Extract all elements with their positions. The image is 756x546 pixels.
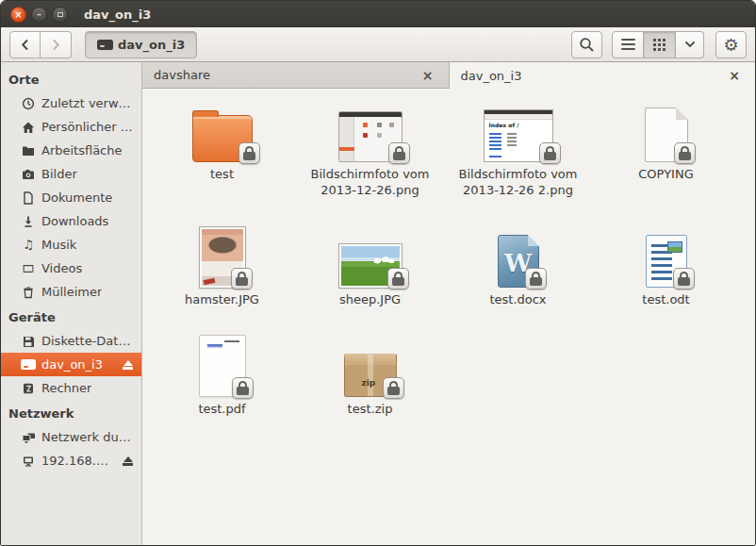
minimize-icon: – (37, 9, 41, 20)
close-icon: × (729, 68, 740, 83)
file-tile-screenshot-2[interactable]: Index of / Bildschirmfoto vom 2013-12-26… (444, 94, 592, 199)
lock-emblem-icon (383, 377, 404, 399)
lock-emblem-icon (388, 142, 410, 164)
lock-emblem-icon (232, 377, 254, 399)
file-name: test.pdf (198, 402, 245, 418)
content-pane: davshare × dav_on_i3 × test (142, 62, 755, 545)
window-maximize-button[interactable] (52, 7, 68, 23)
sidebar-item-label: Downloads (41, 214, 108, 228)
window-minimize-button[interactable]: – (31, 7, 47, 23)
view-options-dropdown[interactable] (676, 31, 704, 58)
grid-view-button[interactable] (644, 31, 676, 58)
sidebar-item-videos[interactable]: Videos (1, 256, 141, 280)
file-name: COPYING (638, 167, 693, 183)
trash-icon (21, 285, 36, 300)
search-button[interactable] (571, 31, 602, 58)
sidebar-item-documents[interactable]: Dokumente (1, 186, 141, 209)
sidebar-item-dav-on-i3[interactable]: dav_on_i3 (1, 353, 141, 376)
file-manager-window: × – dav_on_i3 dav_on_i3 (0, 0, 756, 546)
sidebar-item-downloads[interactable]: Downloads (1, 209, 141, 233)
tab-label: davshare (154, 68, 210, 82)
drive-icon (21, 357, 36, 372)
document-icon (21, 190, 36, 206)
sidebar-item-label: Dokumente (41, 190, 112, 205)
tab-close-button[interactable]: × (725, 67, 744, 84)
sidebar-item-computer[interactable]: Rechner (1, 376, 141, 400)
sidebar-heading-devices: Geräte (1, 304, 141, 329)
eject-button[interactable] (123, 360, 133, 370)
lock-emblem-icon (525, 268, 547, 290)
file-name: hamster.JPG (185, 292, 259, 308)
path-button-label: dav_on_i3 (118, 38, 185, 52)
path-button-dav-on-i3[interactable]: dav_on_i3 (85, 31, 197, 58)
music-icon: ♫ (21, 238, 36, 253)
sidebar-item-label: Rechner (41, 381, 91, 395)
sidebar-item-label: Bilder (41, 167, 77, 181)
file-tile-hamster[interactable]: hamster.JPG (148, 220, 296, 308)
forward-chevron-icon (52, 39, 60, 51)
network-server-icon (21, 454, 36, 469)
file-name: sheep.JPG (339, 292, 401, 308)
sidebar-item-label: Arbeitsfläche (41, 143, 123, 157)
lock-emblem-icon (238, 142, 260, 164)
nav-button-group (9, 31, 72, 58)
eject-button[interactable] (123, 456, 133, 466)
tab-dav-on-i3[interactable]: dav_on_i3 × (450, 62, 756, 89)
sidebar-item-desktop[interactable]: Arbeitsfläche (1, 139, 141, 162)
sidebar-item-label: Zuletzt verw… (41, 96, 131, 110)
tab-davshare[interactable]: davshare × (142, 62, 450, 88)
file-name: Bildschirmfoto vom 2013-12-26.png (308, 167, 433, 199)
home-icon (21, 120, 36, 135)
settings-button[interactable]: ⚙ (715, 31, 747, 58)
file-tile-zip[interactable]: zip test.zip (296, 329, 444, 418)
sidebar-item-label: Videos (41, 261, 82, 275)
file-name: Bildschirmfoto vom 2013-12-26 2.png (456, 167, 581, 199)
computer-icon (21, 381, 36, 396)
sidebar-item-label: dav_on_i3 (41, 357, 103, 372)
file-name: test.docx (489, 292, 546, 308)
sidebar-item-network-browse[interactable]: Netzwerk du… (1, 425, 141, 449)
sidebar-item-music[interactable]: ♫ Musik (1, 233, 141, 256)
lock-emblem-icon (674, 142, 696, 164)
desktop-folder-icon (21, 143, 36, 158)
network-icon (21, 430, 36, 445)
sidebar-item-label: Persönlicher … (41, 120, 133, 134)
main-area: Orte Zuletzt verw… Persönlicher … Arbeit… (1, 62, 755, 545)
list-view-button[interactable] (612, 31, 644, 58)
search-icon (579, 37, 595, 53)
file-tile-sheep[interactable]: sheep.JPG (296, 220, 444, 308)
recent-icon (21, 96, 36, 111)
sidebar-item-recent[interactable]: Zuletzt verw… (1, 91, 141, 115)
sidebar-item-trash[interactable]: Mülleimer (1, 280, 141, 304)
tab-close-button[interactable]: × (419, 67, 437, 84)
forward-button[interactable] (41, 31, 72, 58)
sidebar-heading-network: Netzwerk (1, 400, 141, 425)
back-button[interactable] (9, 31, 41, 58)
maximize-icon (58, 12, 63, 17)
toolbar: dav_on_i3 ⚙ (1, 27, 755, 62)
sidebar-item-pictures[interactable]: Bilder (1, 162, 141, 186)
sidebar-item-floppy[interactable]: Diskette-Dat… (1, 329, 141, 353)
file-tile-pdf[interactable]: test.pdf (148, 329, 296, 418)
tab-label: dav_on_i3 (461, 69, 522, 83)
sidebar-item-label: 192.168.… (41, 454, 108, 468)
file-tile-test-folder[interactable]: test (148, 94, 296, 199)
file-tile-screenshot-1[interactable]: Bildschirmfoto vom 2013-12-26.png (296, 94, 444, 199)
lock-emblem-icon (673, 268, 695, 290)
sidebar-item-label: Mülleimer (41, 285, 102, 299)
chevron-down-icon (684, 41, 696, 48)
window-close-button[interactable]: × (10, 7, 26, 23)
gear-icon: ⚙ (723, 35, 738, 55)
floppy-icon (21, 334, 36, 349)
list-view-icon (621, 36, 635, 53)
file-tile-odt[interactable]: test.odt (592, 220, 740, 308)
sidebar-item-home[interactable]: Persönlicher … (1, 115, 141, 139)
file-tile-copying[interactable]: COPYING (592, 94, 740, 199)
sidebar-item-network-server[interactable]: 192.168.… (1, 449, 141, 472)
film-icon (21, 261, 36, 276)
file-tile-docx[interactable]: W test.docx (444, 220, 592, 308)
file-name: test.odt (642, 292, 689, 308)
lock-emblem-icon (539, 142, 561, 164)
places-sidebar: Orte Zuletzt verw… Persönlicher … Arbeit… (1, 62, 142, 545)
tab-bar: davshare × dav_on_i3 × (142, 62, 755, 89)
